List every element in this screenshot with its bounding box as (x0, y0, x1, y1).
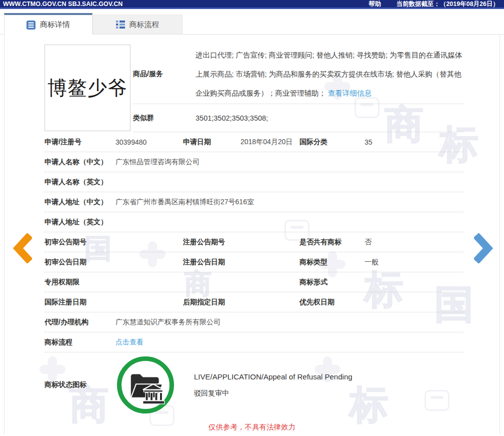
field-label-similar-group: 类似群 (133, 114, 196, 123)
list-icon (116, 20, 125, 29)
help-link[interactable]: 帮助 (368, 0, 381, 9)
table-row: 申请/注册号 30399480 申请日期 2018年04月20日 国际分类 35 (44, 132, 464, 152)
trademark-status-row: 商标状态图标 (44, 352, 464, 417)
field-label-preliminary-gazette-number: 初审公告期号 (44, 238, 116, 247)
field-label-applicant-name-en: 申请人名称（英文） (44, 178, 116, 187)
table-row: 代理/办理机构 广东慧道知识产权事务所有限公司 (44, 312, 464, 332)
field-label-exclusive-right-period: 专用权期限 (44, 278, 116, 287)
table-row: 国际注册日期 后期指定日期 优先权日期 (44, 292, 464, 312)
field-label-agency: 代理/办理机构 (44, 318, 116, 327)
field-label-status-icon: 商标状态图标 (44, 380, 116, 389)
field-label-international-class: 国际分类 (300, 138, 364, 147)
field-label-shared-trademark: 是否共有商标 (300, 238, 364, 247)
field-label-registration-gazette-number: 注册公告期号 (183, 238, 240, 247)
table-row: 初审公告日期 注册公告日期 商标类型 一般 (44, 252, 464, 272)
topbar: WWW.CTMO.GOV.CN SBJ.SAIC.GOV.CN 帮助 当前数据截… (0, 0, 504, 9)
field-label-goods-services: 商品/服务 (133, 70, 196, 79)
field-label-application-date: 申请日期 (183, 138, 240, 147)
disclaimer-text: 仅供参考，不具有法律效力 (4, 422, 500, 432)
status-folder-bank-icon (117, 356, 174, 413)
table-row: 申请人地址（英文） (44, 212, 464, 232)
table-row: 申请人地址（中文） 广东省广州市番禺区南村镇博旺街27号616室 (44, 192, 464, 212)
field-label-trademark-form: 商标形式 (300, 278, 364, 287)
tab-trademark-flow[interactable]: 商标流程 (92, 15, 182, 34)
view-details-link[interactable]: 查看详细信息 (328, 89, 372, 97)
trademark-detail-panel: 商 标 国 商 标 国 商 标 博鳌少爷 商品/服务 进出 (4, 35, 500, 434)
field-value-shared-trademark: 否 (364, 238, 464, 247)
field-value-international-class: 35 (364, 138, 464, 146)
table-row: 商标流程 点击查看 (44, 332, 464, 352)
field-value-application-date: 2018年04月20日 (240, 138, 300, 147)
field-label-applicant-name-cn: 申请人名称（中文） (44, 158, 116, 167)
click-to-view-link[interactable]: 点击查看 (116, 338, 144, 346)
tab-bar: 商标详情 商标流程 (0, 9, 504, 35)
status-text-english: LIVE/APPLICATION/Appeal of Refusal Pendi… (194, 372, 352, 381)
field-label-registration-gazette-date: 注册公告日期 (183, 258, 240, 267)
site-url: WWW.CTMO.GOV.CN SBJ.SAIC.GOV.CN (3, 0, 122, 9)
field-label-application-number: 申请/注册号 (44, 138, 116, 147)
trademark-image: 博鳌少爷 (44, 45, 130, 131)
tab-label: 商标流程 (130, 20, 160, 30)
trademark-summary-section: 博鳌少爷 商品/服务 进出口代理; 广告宣传; 商业管理顾问; 替他人推销; 寻… (4, 35, 500, 132)
next-arrow-button[interactable] (474, 233, 494, 263)
field-value-trademark-type: 一般 (364, 258, 464, 267)
field-value-similar-group: 3501;3502;3503;3508; (196, 109, 268, 128)
field-value-application-number: 30399480 (116, 138, 183, 146)
field-label-trademark-flow: 商标流程 (44, 338, 116, 347)
detail-rows: 申请/注册号 30399480 申请日期 2018年04月20日 国际分类 35… (44, 132, 464, 417)
trademark-name: 博鳌少爷 (48, 75, 128, 102)
field-value-applicant-name-cn: 广东恒品管理咨询有限公司 (116, 158, 464, 167)
field-label-applicant-address-en: 申请人地址（英文） (44, 218, 116, 227)
field-label-applicant-address-cn: 申请人地址（中文） (44, 198, 116, 207)
data-cutoff-date: 当前数据截至：（2019年08月26日） (396, 0, 499, 9)
field-label-preliminary-gazette-date: 初审公告日期 (44, 258, 116, 267)
field-label-trademark-type: 商标类型 (300, 258, 364, 267)
field-value-goods-services: 进出口代理; 广告宣传; 商业管理顾问; 替他人推销; 寻找赞助; 为零售目的在… (196, 46, 464, 103)
field-label-later-designation-date: 后期指定日期 (183, 298, 240, 307)
table-row: 初审公告期号 注册公告期号 是否共有商标 否 (44, 232, 464, 252)
table-row: 申请人名称（英文） (44, 172, 464, 192)
tab-trademark-detail[interactable]: 商标详情 (4, 13, 92, 35)
document-lines-icon (26, 21, 36, 30)
previous-arrow-button[interactable] (12, 233, 32, 263)
field-label-international-registration-date: 国际注册日期 (44, 298, 116, 307)
table-row: 申请人名称（中文） 广东恒品管理咨询有限公司 (44, 152, 464, 172)
field-value-applicant-address-cn: 广东省广州市番禺区南村镇博旺街27号616室 (116, 198, 464, 207)
status-text-chinese: 驳回复审中 (194, 389, 352, 398)
table-row: 专用权期限 商标形式 (44, 272, 464, 292)
tab-label: 商标详情 (40, 20, 70, 30)
field-label-priority-date: 优先权日期 (300, 298, 364, 307)
page: WWW.CTMO.GOV.CN SBJ.SAIC.GOV.CN 帮助 当前数据截… (0, 0, 504, 436)
field-value-agency: 广东慧道知识产权事务所有限公司 (116, 318, 464, 327)
